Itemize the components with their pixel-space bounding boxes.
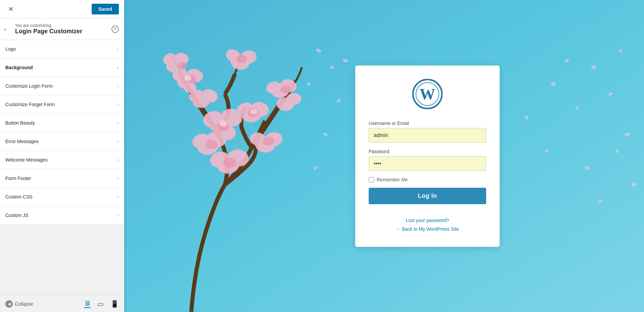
- menu-item-background[interactable]: Background›: [0, 58, 124, 77]
- svg-point-46: [250, 108, 258, 115]
- password-label: Password: [369, 149, 486, 154]
- device-icons: 🖥 ▭ 📱: [84, 300, 119, 308]
- svg-point-27: [206, 130, 227, 148]
- chevron-right-icon: ›: [117, 120, 119, 126]
- svg-point-11: [229, 53, 250, 71]
- svg-point-40: [247, 107, 260, 118]
- menu-item-customize-login-form[interactable]: Customize Login Form›: [0, 77, 124, 95]
- collapse-label: Collapse: [15, 301, 33, 307]
- menu-item-label: Logo: [5, 46, 16, 52]
- collapse-button[interactable]: ◀ Collapse: [5, 300, 33, 308]
- chevron-right-icon: ›: [117, 194, 119, 200]
- close-button[interactable]: ✕: [5, 4, 16, 14]
- menu-item-label: Background: [5, 65, 33, 70]
- svg-point-58: [624, 132, 630, 137]
- svg-point-42: [262, 136, 275, 146]
- chevron-right-icon: ›: [117, 212, 119, 218]
- svg-point-38: [279, 84, 291, 94]
- username-input[interactable]: [369, 128, 486, 143]
- password-group: Password: [369, 149, 486, 171]
- wp-logo-icon: W: [412, 79, 443, 109]
- svg-point-21: [201, 109, 225, 130]
- menu-item-custom-css[interactable]: Custom CSS›: [0, 188, 124, 206]
- svg-point-34: [208, 149, 231, 170]
- svg-point-51: [336, 98, 341, 103]
- password-input[interactable]: [369, 156, 486, 171]
- menu-item-error-messages[interactable]: Error Messages›: [0, 132, 124, 151]
- svg-point-19: [209, 114, 234, 135]
- menu-list: Logo›Background›Customize Login Form›Cus…: [0, 40, 124, 295]
- svg-point-39: [217, 121, 230, 132]
- svg-point-20: [219, 107, 244, 128]
- svg-point-50: [342, 58, 349, 63]
- menu-item-label: Button Beauty: [5, 120, 35, 126]
- svg-point-4: [182, 81, 197, 94]
- menu-item-logo[interactable]: Logo›: [0, 40, 124, 58]
- svg-point-36: [178, 61, 188, 70]
- remember-checkbox[interactable]: [369, 177, 374, 182]
- page-title: Login Page Customizer: [15, 28, 82, 35]
- svg-point-25: [235, 100, 255, 118]
- svg-point-45: [219, 120, 228, 127]
- chevron-right-icon: ›: [117, 46, 119, 52]
- tablet-device-button[interactable]: ▭: [97, 300, 104, 308]
- svg-point-59: [524, 115, 530, 120]
- svg-point-2: [185, 68, 204, 84]
- menu-item-label: Customize Login Form: [5, 83, 53, 89]
- lost-password-link[interactable]: Lost your password?: [369, 218, 486, 223]
- svg-point-66: [313, 166, 318, 170]
- customizing-label: You are customizing: [15, 23, 82, 28]
- svg-point-8: [165, 57, 185, 75]
- remember-row: Remember Me: [369, 177, 486, 182]
- svg-point-61: [584, 166, 590, 171]
- chevron-right-icon: ›: [117, 157, 119, 163]
- svg-point-48: [329, 65, 335, 69]
- panel-footer: ◀ Collapse 🖥 ▭ 📱: [0, 295, 124, 312]
- svg-point-33: [227, 148, 250, 168]
- svg-point-52: [550, 81, 557, 87]
- login-button[interactable]: Log In: [369, 188, 486, 204]
- svg-point-37: [236, 54, 247, 63]
- card-footer: Lost your password? ← Back to My WordPre…: [369, 218, 486, 232]
- customizer-panel: ✕ Saved ‹ You are customizing Login Page…: [0, 0, 124, 312]
- svg-point-5: [191, 92, 211, 109]
- saved-button[interactable]: Saved: [92, 4, 119, 14]
- svg-point-55: [591, 65, 596, 70]
- mobile-device-button[interactable]: 📱: [110, 300, 119, 308]
- remember-label: Remember Me: [377, 177, 408, 182]
- svg-point-16: [265, 80, 282, 95]
- menu-item-button-beauty[interactable]: Button Beauty›: [0, 114, 124, 132]
- svg-point-29: [255, 136, 276, 153]
- back-to-site-link[interactable]: ← Back to My WordPress Site: [369, 226, 486, 232]
- chevron-right-icon: ›: [117, 64, 119, 71]
- back-button[interactable]: ‹: [4, 26, 6, 33]
- menu-item-label: Welcome Messages: [5, 157, 48, 163]
- svg-text:W: W: [420, 85, 435, 103]
- svg-point-7: [187, 88, 205, 104]
- svg-point-13: [224, 47, 242, 64]
- menu-item-label: Error Messages: [5, 139, 39, 144]
- svg-point-49: [306, 82, 311, 86]
- wp-logo-wrap: W: [369, 79, 486, 110]
- preview-background: W Username or Email Password Remember Me…: [124, 0, 644, 312]
- menu-item-custom-js[interactable]: Custom JS›: [0, 206, 124, 225]
- menu-item-welcome-messages[interactable]: Welcome Messages›: [0, 151, 124, 169]
- svg-point-9: [173, 52, 189, 66]
- svg-point-35: [185, 74, 197, 85]
- menu-item-customize-forget-form[interactable]: Customize Forget Form›: [0, 95, 124, 114]
- svg-point-14: [271, 83, 290, 98]
- help-icon[interactable]: ?: [111, 26, 119, 33]
- svg-point-1: [175, 71, 198, 91]
- svg-point-54: [574, 105, 579, 110]
- menu-item-label: Form Footer: [5, 176, 31, 181]
- chevron-right-icon: ›: [117, 83, 119, 89]
- svg-point-64: [631, 183, 637, 186]
- svg-point-23: [241, 105, 263, 124]
- menu-item-form-footer[interactable]: Form Footer›: [0, 169, 124, 188]
- panel-topbar: ✕ Saved: [0, 0, 124, 18]
- chevron-right-icon: ›: [117, 101, 119, 107]
- svg-point-62: [598, 199, 603, 204]
- chevron-right-icon: ›: [117, 138, 119, 144]
- desktop-device-button[interactable]: 🖥: [84, 300, 91, 308]
- preview-area: W Username or Email Password Remember Me…: [124, 0, 644, 312]
